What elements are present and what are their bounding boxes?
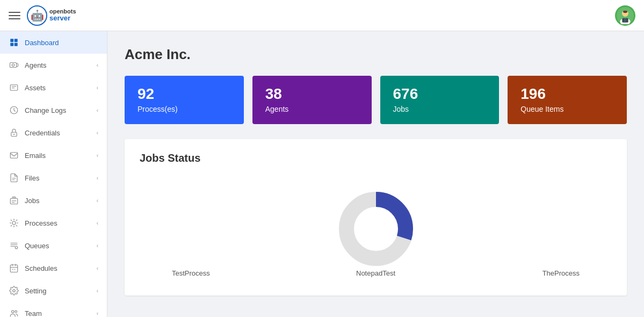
main-content: Acme Inc. 92 Process(es) 38 Agents 676 J… (107, 31, 644, 317)
donut-chart (333, 186, 419, 272)
donut-chart-container: TestProcess (140, 175, 612, 283)
svg-point-16 (13, 134, 15, 135)
queues-icon (9, 240, 19, 251)
jobs-status-title: Jobs Status (140, 152, 612, 164)
logo-bottom-text: server (49, 15, 76, 22)
credentials-icon (9, 127, 19, 138)
sidebar-item-queues[interactable]: Queues ‹ (0, 234, 107, 257)
svg-point-19 (12, 221, 16, 225)
header-left: 🤖 openbots server (9, 5, 76, 26)
change-logs-chevron-icon: ‹ (97, 107, 98, 113)
sidebar-item-files[interactable]: Files ‹ (0, 167, 107, 189)
sidebar-change-logs-label: Change Logs (25, 106, 97, 114)
sidebar-item-team[interactable]: Team ‹ (0, 302, 107, 317)
agents-label: Agents (265, 105, 359, 113)
svg-rect-10 (15, 43, 18, 46)
svg-rect-13 (10, 85, 18, 91)
sidebar-jobs-label: Jobs (25, 197, 97, 205)
svg-rect-21 (10, 265, 18, 272)
sidebar-team-label: Team (25, 309, 97, 318)
schedules-chevron-icon: ‹ (97, 265, 98, 271)
logo-text: openbots server (49, 8, 76, 22)
svg-point-24 (15, 311, 17, 313)
files-icon (9, 172, 19, 183)
avatar-icon (617, 7, 634, 24)
jobs-icon (9, 195, 19, 206)
svg-rect-8 (15, 39, 18, 42)
robot-icon: 🤖 (31, 9, 44, 22)
donut-svg (333, 186, 419, 272)
sidebar-files-label: Files (25, 174, 97, 182)
sidebar-credentials-label: Credentials (25, 129, 97, 137)
chart-label-notepadtest: NotepadTest (356, 269, 395, 277)
stat-card-queue-items[interactable]: 196 Queue Items (508, 76, 627, 124)
hamburger-menu-button[interactable] (9, 12, 20, 19)
svg-point-6 (623, 10, 627, 13)
sidebar-queues-label: Queues (25, 242, 97, 250)
header-right (615, 5, 635, 26)
queues-chevron-icon: ‹ (97, 243, 98, 249)
sidebar-agents-label: Agents (25, 61, 97, 69)
sidebar-item-schedules[interactable]: Schedules ‹ (0, 257, 107, 279)
stats-row: 92 Process(es) 38 Agents 676 Jobs 196 Qu… (125, 76, 627, 124)
schedules-icon (9, 263, 19, 273)
sidebar-item-jobs[interactable]: Jobs ‹ (0, 189, 107, 212)
assets-chevron-icon: ‹ (97, 85, 98, 91)
sidebar-item-change-logs[interactable]: Change Logs ‹ (0, 99, 107, 121)
setting-icon (9, 285, 19, 296)
emails-chevron-icon: ‹ (97, 153, 98, 158)
processes-label: Process(es) (138, 105, 231, 113)
sidebar: Dashboard Agents ‹ Assets ‹ (0, 31, 107, 317)
app-layout: Dashboard Agents ‹ Assets ‹ (0, 31, 644, 317)
logo-container: 🤖 openbots server (27, 5, 76, 26)
processes-number: 92 (138, 87, 231, 102)
processes-chevron-icon: ‹ (97, 220, 98, 226)
sidebar-item-emails[interactable]: Emails ‹ (0, 144, 107, 167)
sidebar-item-credentials[interactable]: Credentials ‹ (0, 121, 107, 144)
sidebar-item-dashboard[interactable]: Dashboard (0, 31, 107, 54)
queue-items-number: 196 (520, 87, 614, 102)
team-icon (9, 308, 19, 317)
user-avatar[interactable] (615, 5, 635, 26)
jobs-number: 676 (393, 87, 487, 102)
app-header: 🤖 openbots server (0, 0, 644, 31)
dashboard-icon (9, 37, 19, 48)
setting-chevron-icon: ‹ (97, 288, 98, 294)
team-chevron-icon: ‹ (97, 311, 98, 316)
company-title: Acme Inc. (125, 46, 627, 63)
queue-items-label: Queue Items (520, 105, 614, 113)
svg-rect-18 (10, 198, 18, 204)
sidebar-item-setting[interactable]: Setting ‹ (0, 279, 107, 302)
sidebar-item-processes[interactable]: Processes ‹ (0, 212, 107, 234)
sidebar-dashboard-label: Dashboard (25, 39, 98, 47)
svg-rect-9 (10, 43, 13, 46)
sidebar-emails-label: Emails (25, 152, 97, 160)
agents-icon (9, 60, 19, 70)
sidebar-item-agents[interactable]: Agents ‹ (0, 54, 107, 76)
chart-label-theprocess: TheProcess (542, 269, 580, 277)
agents-number: 38 (265, 87, 359, 102)
stat-card-jobs[interactable]: 676 Jobs (380, 76, 500, 124)
stat-card-agents[interactable]: 38 Agents (252, 76, 372, 124)
emails-icon (9, 150, 19, 161)
jobs-label: Jobs (393, 105, 487, 113)
sidebar-assets-label: Assets (25, 84, 97, 92)
chart-label-testprocess: TestProcess (172, 269, 210, 277)
logo-circle: 🤖 (27, 5, 47, 26)
credentials-chevron-icon: ‹ (97, 130, 98, 136)
jobs-chevron-icon: ‹ (97, 198, 98, 204)
svg-rect-4 (624, 18, 627, 22)
sidebar-setting-label: Setting (25, 287, 97, 295)
sidebar-item-assets[interactable]: Assets ‹ (0, 76, 107, 99)
svg-point-22 (13, 290, 16, 292)
sidebar-schedules-label: Schedules (25, 264, 97, 272)
processes-icon (9, 218, 19, 228)
svg-point-12 (12, 64, 15, 67)
svg-rect-11 (10, 63, 17, 68)
sidebar-processes-label: Processes (25, 219, 97, 227)
svg-rect-17 (10, 153, 18, 158)
stat-card-processes[interactable]: 92 Process(es) (125, 76, 244, 124)
svg-point-23 (12, 311, 15, 313)
svg-point-20 (15, 247, 18, 249)
assets-icon (9, 82, 19, 93)
